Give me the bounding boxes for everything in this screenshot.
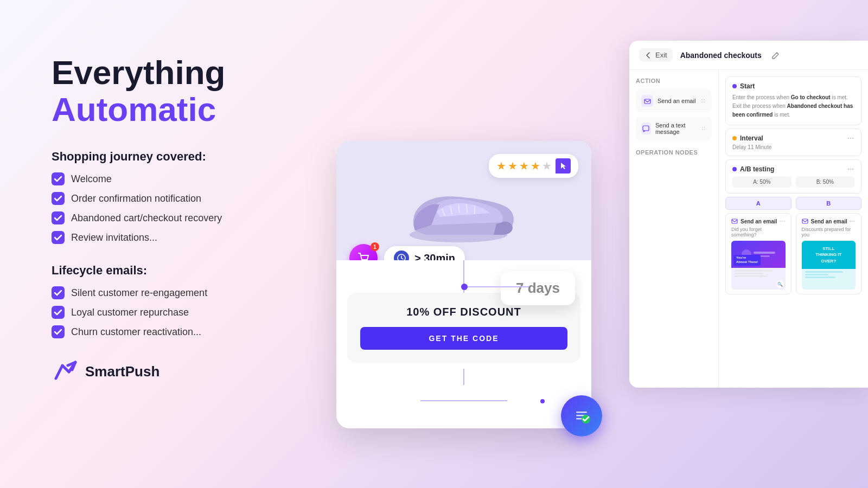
ab-node-title: A/B testing [740, 165, 774, 173]
cart-timer-row: 1 > 30min [349, 244, 465, 260]
horizontal-connector [464, 286, 529, 287]
email-a-desc: Did you forget something? [731, 227, 786, 237]
ab-labels-row: A B [725, 197, 861, 210]
list-item-label: Loyal customer repurchase [71, 307, 189, 318]
svg-line-11 [467, 204, 467, 213]
interval-node-title: Interval [740, 134, 763, 142]
svg-point-44 [852, 221, 853, 222]
node-dot [732, 84, 737, 88]
list-item-label: Order confirmation notification [71, 193, 201, 204]
main-heading: Everything Automatic [52, 54, 334, 128]
exit-button[interactable]: Exit [639, 48, 673, 62]
checkbox-icon [52, 192, 65, 205]
action-item-label: Send an email [658, 98, 695, 104]
completion-check-circle [561, 395, 602, 436]
list-item-label: Review invitations... [71, 232, 157, 243]
get-code-button[interactable]: GET THE CODE [360, 327, 567, 350]
svg-point-29 [704, 127, 705, 129]
left-panel: Everything Automatic Shopping journey co… [52, 54, 334, 385]
star-3: ★ [519, 159, 529, 172]
right-panel: Exit Abandoned checkouts Action Sen [629, 41, 868, 388]
lifecycle-section-title: Lifecycle emails: [52, 264, 334, 278]
checkbox-icon [52, 172, 65, 185]
svg-point-43 [850, 221, 851, 222]
days-label: 7 days [516, 280, 560, 296]
svg-point-37 [852, 169, 853, 170]
logo: SmartPush [52, 358, 334, 385]
checkbox-icon [52, 325, 65, 338]
svg-rect-6 [52, 325, 65, 338]
list-item: Loyal customer repurchase [52, 306, 334, 319]
cart-icon: 1 [349, 244, 378, 260]
a-label: A [725, 197, 792, 210]
checkbox-icon [52, 286, 65, 299]
svg-point-23 [701, 99, 703, 100]
ab-node-options-icon[interactable] [847, 165, 854, 173]
list-item-label: Abandoned cart/checkout recovery [71, 213, 222, 224]
logo-text: SmartPush [85, 363, 159, 380]
list-item-label: Churn customer reactivation... [71, 326, 201, 338]
drag-icon [700, 98, 706, 104]
email-b-desc: Discounts prepared for you [802, 227, 856, 237]
start-node: Start Enter the process when Go to check… [725, 76, 861, 125]
list-item: Order confirmation notification [52, 192, 334, 205]
zoom-icon[interactable]: 🔍 [776, 280, 784, 288]
list-item-label: Welcome [71, 174, 112, 185]
ab-split-a: A: 50% [732, 176, 792, 188]
svg-point-30 [703, 129, 704, 130]
list-item: Silent customer re-engagement [52, 286, 334, 299]
ab-test-node: A/B testing A: 50% B: 50% [725, 159, 861, 194]
line-dot [461, 284, 468, 290]
svg-rect-22 [644, 99, 650, 104]
svg-rect-38 [732, 219, 737, 223]
b-label: B [796, 197, 862, 210]
vertical-connector-2 [463, 369, 464, 385]
svg-point-45 [854, 221, 855, 222]
star-4: ★ [531, 159, 540, 172]
svg-point-36 [850, 169, 851, 170]
center-card: ★ ★ ★ ★ ★ 1 [336, 141, 591, 428]
start-node-desc: Enter the process when Go to checkout is… [732, 93, 854, 119]
email-a-options[interactable] [779, 218, 786, 224]
email-a-thumbnail: You'reAlmost There! 🔍 [731, 241, 786, 290]
svg-rect-5 [52, 306, 65, 319]
start-node-title: Start [740, 82, 755, 90]
svg-point-26 [704, 101, 705, 102]
interval-node-dot [732, 136, 737, 140]
drag-icon [701, 125, 706, 132]
panel-title: Abandoned checkouts [680, 51, 762, 60]
checkbox-icon [52, 231, 65, 244]
discount-title: 10% OFF DISCOUNT [360, 306, 567, 318]
svg-point-24 [704, 99, 705, 100]
svg-rect-18 [576, 412, 587, 413]
email-b-options[interactable] [849, 218, 856, 224]
shopping-section-title: Shopping journey covered: [52, 150, 334, 164]
email-nodes-row: Send an email Did you forget something? [725, 213, 861, 294]
shopping-checklist: Welcome Order confirmation notification … [52, 172, 334, 244]
svg-point-34 [852, 138, 853, 139]
email-b-thumbnail: STILLTHINKING ITOVER? [802, 241, 856, 290]
days-bubble: 7 days [501, 271, 575, 305]
edit-icon[interactable] [771, 51, 780, 60]
action-item-sms[interactable]: Send a text message [636, 117, 712, 140]
svg-point-32 [848, 138, 849, 139]
action-item-email[interactable]: Send an email [636, 89, 712, 112]
bottom-horizontal-line [420, 400, 507, 401]
svg-rect-3 [52, 231, 65, 244]
svg-rect-1 [52, 192, 65, 205]
timer-text: > 30min [414, 252, 455, 261]
star-1: ★ [496, 159, 506, 172]
stars-container: ★ ★ ★ ★ ★ [489, 154, 578, 178]
email-action-icon [641, 95, 653, 107]
svg-point-39 [780, 221, 781, 222]
svg-rect-42 [802, 219, 808, 223]
email-a-icon [731, 218, 738, 224]
panel-body: Action Send an email [629, 70, 868, 388]
svg-point-33 [850, 138, 851, 139]
node-options-icon[interactable] [847, 134, 854, 142]
lifecycle-checklist: Silent customer re-engagement Loyal cust… [52, 286, 334, 338]
cursor-icon [556, 158, 571, 174]
action-column: Action Send an email [629, 70, 719, 388]
action-item-sms-label: Send a text message [655, 122, 701, 135]
svg-point-25 [701, 101, 703, 102]
